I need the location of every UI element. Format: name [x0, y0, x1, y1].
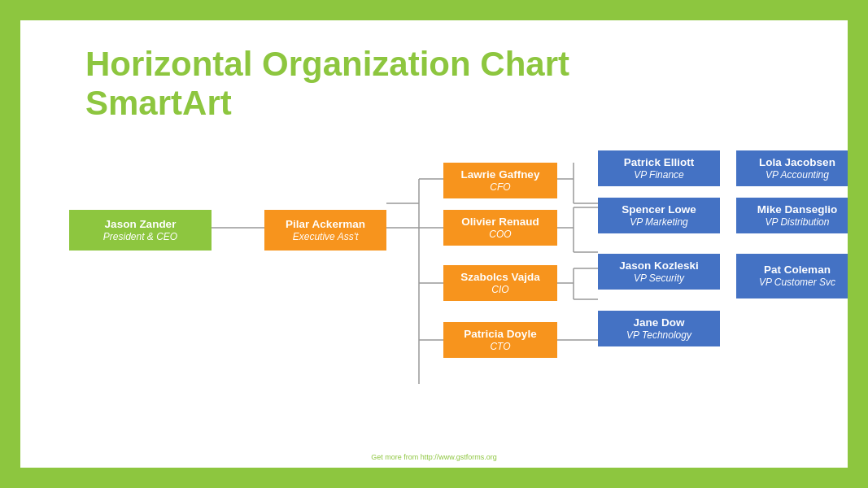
vp-security-name: Jason Kozleski	[619, 259, 699, 272]
footer-text: Get more from http://www.gstforms.org	[371, 453, 497, 461]
vp-customer-box: Pat Coleman VP Customer Svc	[736, 254, 848, 298]
cio-role: CIO	[491, 284, 508, 295]
exec-name: Pilar Ackerman	[286, 218, 365, 231]
vp-customer-role: VP Customer Svc	[759, 277, 835, 288]
slide: Horizontal Organization Chart SmartArt	[20, 20, 848, 468]
cfo-role: CFO	[490, 181, 510, 193]
cfo-name: Lawrie Gaffney	[461, 168, 540, 181]
title-line1: Horizontal Organization Chart	[85, 45, 569, 84]
footer: Get more from http://www.gstforms.org	[20, 453, 848, 461]
cio-box: Szabolcs Vajda CIO	[443, 265, 557, 301]
exec-role: Executive Ass't	[293, 231, 359, 242]
vp-distribution-name: Mike Danseglio	[757, 203, 837, 216]
vp-customer-name: Pat Coleman	[764, 264, 831, 277]
vp-finance-role: VP Finance	[634, 169, 684, 181]
ceo-box: Jason Zander President & CEO	[69, 210, 212, 251]
ceo-role: President & CEO	[103, 231, 177, 242]
vp-marketing-box: Spencer Lowe VP Marketing	[598, 198, 720, 233]
chart-area: Jason Zander President & CEO Pilar Acker…	[69, 163, 818, 455]
vp-security-box: Jason Kozleski VP Security	[598, 254, 720, 290]
vp-technology-name: Jane Dow	[633, 316, 684, 329]
cfo-box: Lawrie Gaffney CFO	[443, 163, 557, 198]
slide-title: Horizontal Organization Chart SmartArt	[85, 45, 569, 124]
cto-box: Patricia Doyle CTO	[443, 322, 557, 358]
coo-name: Olivier Renaud	[461, 216, 539, 229]
cio-name: Szabolcs Vajda	[460, 271, 540, 284]
ceo-name: Jason Zander	[105, 218, 177, 231]
exec-box: Pilar Ackerman Executive Ass't	[264, 210, 386, 251]
vp-accounting-box: Lola Jacobsen VP Accounting	[736, 150, 848, 186]
vp-security-role: VP Security	[634, 272, 684, 284]
vp-accounting-role: VP Accounting	[765, 169, 829, 181]
coo-role: COO	[489, 229, 511, 240]
vp-marketing-role: VP Marketing	[630, 216, 688, 228]
vp-distribution-box: Mike Danseglio VP Distribution	[736, 198, 848, 233]
vp-distribution-role: VP Distribution	[765, 216, 830, 228]
vp-finance-box: Patrick Elliott VP Finance	[598, 150, 720, 186]
vp-technology-box: Jane Dow VP Technology	[598, 311, 720, 346]
cto-role: CTO	[490, 341, 510, 352]
vp-technology-role: VP Technology	[626, 329, 691, 341]
vp-finance-name: Patrick Elliott	[624, 156, 694, 169]
vp-accounting-name: Lola Jacobsen	[759, 156, 835, 169]
title-line2: SmartArt	[85, 84, 569, 123]
vp-marketing-name: Spencer Lowe	[622, 203, 696, 216]
cto-name: Patricia Doyle	[464, 328, 536, 341]
coo-box: Olivier Renaud COO	[443, 210, 557, 246]
